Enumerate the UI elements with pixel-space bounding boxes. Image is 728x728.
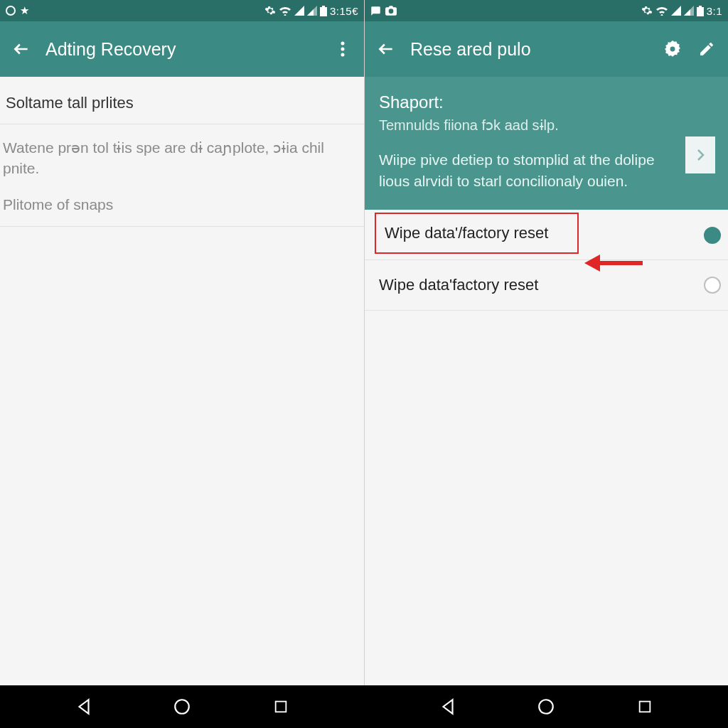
svg-rect-6 [699, 6, 702, 7]
svg-point-13 [539, 700, 553, 714]
nav-recent-icon[interactable] [630, 692, 660, 722]
status-bar-right: 3:1 [365, 0, 728, 21]
svg-rect-2 [320, 7, 327, 16]
svg-rect-12 [275, 702, 286, 712]
signal-icon [294, 6, 304, 16]
app-bar-right: Rese ared pulo [365, 21, 728, 77]
svg-point-8 [670, 47, 675, 52]
status-bar-left: ★ 3:15€ [0, 0, 364, 21]
svg-rect-1 [322, 6, 325, 7]
nav-bar [0, 685, 728, 728]
svg-rect-14 [639, 702, 650, 712]
settings-gear-icon [641, 5, 653, 16]
wifi-icon [279, 6, 291, 16]
panel-title: Shaport: [379, 92, 671, 112]
back-icon[interactable] [376, 39, 396, 59]
svg-point-4 [341, 48, 345, 51]
sub-label[interactable]: Plitome of snaps [0, 186, 364, 226]
body-text: Watene prən tol tɨis spe are dɨ caɲplote… [0, 124, 364, 186]
chevron-right-icon[interactable] [685, 136, 715, 173]
list-item-wipe-data-2[interactable]: Wipe data'factory reset [365, 260, 728, 311]
overflow-menu-icon[interactable] [333, 39, 353, 59]
nav-recent-icon[interactable] [266, 692, 296, 722]
back-icon[interactable] [11, 39, 31, 59]
nav-back-icon[interactable] [69, 692, 99, 722]
info-panel: Shaport: Temnulds fiiona fɔk aad sɨlp. W… [365, 77, 728, 210]
panel-subtitle: Temnulds fiiona fɔk aad sɨlp. [379, 117, 671, 134]
star-icon: ★ [20, 4, 29, 17]
battery-icon [320, 6, 327, 16]
chat-icon [370, 6, 381, 16]
radio-unselected[interactable] [704, 277, 721, 294]
svg-point-0 [6, 6, 15, 15]
section-heading: Soltame tall prlites [0, 77, 364, 124]
status-clock: 3:1 [707, 5, 722, 17]
signal-icon-2 [684, 6, 694, 16]
app-title: Adting Recovery [46, 39, 318, 60]
row-label: Wipe data'/factory reset [385, 224, 548, 242]
svg-point-3 [341, 42, 345, 46]
status-clock: 3:15€ [330, 5, 358, 17]
divider [0, 226, 364, 227]
svg-point-11 [175, 700, 189, 714]
panel-body: Wiipe pive detiep to stomplid at the dol… [379, 149, 671, 193]
nav-back-icon[interactable] [433, 692, 463, 722]
list-item-wipe-data-1[interactable]: Wipe data'/factory reset [375, 213, 579, 254]
battery-icon [697, 6, 704, 16]
signal-icon [671, 6, 681, 16]
radio-selected[interactable] [704, 227, 721, 244]
row-label: Wipe data'factory reset [379, 276, 712, 294]
svg-point-5 [341, 53, 345, 57]
edit-pencil-icon[interactable] [697, 39, 717, 59]
nav-home-icon[interactable] [167, 692, 197, 722]
camera-icon [385, 6, 397, 16]
circle-icon [6, 6, 16, 16]
wifi-icon [655, 6, 668, 16]
nav-home-icon[interactable] [531, 692, 561, 722]
settings-gear-icon [264, 5, 276, 16]
app-title: Rese ared pulo [410, 39, 648, 60]
svg-rect-7 [697, 7, 704, 16]
app-bar-left: Adting Recovery [0, 21, 364, 77]
signal-icon-2 [307, 6, 317, 16]
badge-gear-icon[interactable] [663, 39, 682, 59]
